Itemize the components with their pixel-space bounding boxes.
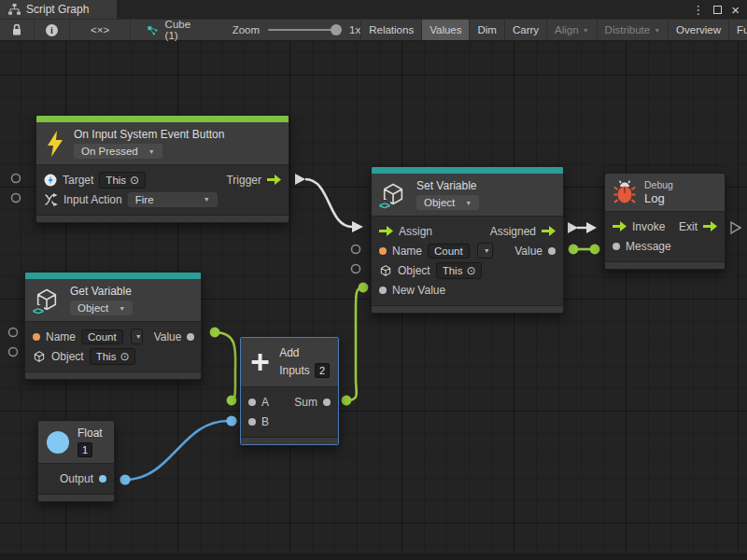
sum-port-dot[interactable] [323, 399, 331, 406]
chevron-down-icon: ▼ [148, 148, 155, 155]
wire-float-to-b[interactable] [125, 421, 228, 480]
sum-output-port[interactable] [342, 396, 352, 406]
overview-button[interactable]: Overview [668, 20, 728, 40]
zoom-control: Zoom 1x [233, 20, 361, 40]
trigger-port-arrow[interactable] [295, 174, 305, 185]
graph-owner-icon [148, 24, 158, 36]
node-on-input-system-event-button[interactable]: On Input System Event Button On Pressed … [35, 115, 289, 223]
add-b-input-port[interactable] [226, 415, 236, 426]
b-port-dot[interactable] [248, 418, 256, 426]
value-port-dot[interactable] [548, 247, 556, 255]
output-port-dot[interactable] [99, 475, 106, 483]
float-output-port[interactable] [120, 474, 130, 484]
wire-trigger-to-assign[interactable] [305, 179, 352, 227]
node-get-variable[interactable]: <> Get Variable Object ▼ Name Count ▼ [24, 272, 202, 380]
assign-port-arrowhead[interactable] [352, 221, 363, 232]
object-picker-icon: ⊙ [130, 174, 139, 187]
fullscreen-button[interactable]: Full Screen [728, 20, 747, 40]
get-variable-header: <> Get Variable Object ▼ [25, 279, 201, 322]
variable-cube-icon: <> [34, 287, 62, 315]
target-object-chip[interactable]: This ⊙ [99, 172, 146, 189]
bug-icon [613, 180, 636, 204]
carry-toggle[interactable]: Carry [504, 20, 546, 40]
graph-breadcrumb[interactable]: Cube (1) [131, 20, 208, 40]
assigned-label: Assigned [490, 225, 536, 238]
variable-name-dropdown-button[interactable]: ▼ [477, 243, 493, 259]
value-output-port[interactable] [569, 245, 579, 255]
variable-name-chip[interactable]: Count [428, 244, 470, 259]
get-value-output-port[interactable] [210, 328, 220, 338]
graph-owner-label: Cube (1) [165, 19, 195, 41]
output-label: Output [60, 472, 93, 485]
zoom-slider-handle[interactable] [331, 24, 342, 35]
setvar-name-input-port[interactable] [352, 245, 360, 254]
message-port-dot[interactable] [613, 243, 620, 250]
node-title: Log [644, 191, 665, 205]
debug-header: Debug Log [605, 174, 725, 212]
assign-label: Assign [399, 225, 432, 238]
values-toggle[interactable]: Values [421, 20, 469, 40]
flow-arrow-icon [703, 221, 717, 231]
node-set-variable[interactable]: <> Set Variable Object ▼ Assign [371, 166, 564, 314]
assigned-port-arrow[interactable] [568, 222, 578, 233]
getvar-object-input-port[interactable] [9, 348, 18, 357]
lock-button[interactable] [0, 20, 35, 40]
info-button[interactable]: i [35, 20, 70, 40]
inputaction-input-port[interactable] [12, 194, 21, 203]
message-input-port[interactable] [590, 245, 600, 255]
exit-output-port[interactable] [731, 222, 740, 233]
code-view-button[interactable]: <×> [70, 20, 131, 40]
graph-canvas[interactable]: On Input System Event Button On Pressed … [0, 41, 747, 560]
get-variable-footer [25, 371, 201, 379]
float-value-field[interactable]: 1 [78, 442, 92, 457]
node-title: Add [279, 346, 299, 359]
a-port-dot[interactable] [248, 399, 256, 406]
variable-name-chip[interactable]: Count [81, 329, 123, 344]
variable-name-dropdown-button[interactable]: ▼ [131, 329, 143, 344]
object-chip[interactable]: This ⊙ [436, 262, 483, 279]
wire-sum-to-newvalue[interactable] [346, 287, 363, 400]
tab-script-graph[interactable]: Script Graph [0, 0, 117, 19]
close-icon[interactable]: × [731, 3, 740, 17]
node-add[interactable]: Add Inputs 2 A Sum B [240, 337, 339, 445]
object-picker-icon: ⊙ [466, 264, 475, 277]
setvar-object-input-port[interactable] [352, 265, 360, 273]
flow-arrow-icon [542, 226, 556, 236]
zoom-slider[interactable] [268, 29, 341, 31]
node-category: Debug [644, 179, 673, 190]
value-label: Value [154, 330, 182, 343]
float-body: Output [38, 464, 114, 494]
getvar-name-input-port[interactable] [9, 329, 18, 337]
distribute-dropdown[interactable]: Distribute▼ [597, 20, 669, 40]
add-a-input-port[interactable] [227, 396, 237, 406]
relations-toggle[interactable]: Relations [360, 20, 421, 40]
node-title: Float [78, 427, 103, 440]
variable-scope-dropdown[interactable]: Object ▼ [70, 301, 133, 315]
object-chip[interactable]: This ⊙ [90, 348, 136, 365]
invoke-row: Invoke Exit [605, 217, 725, 236]
input-action-dropdown[interactable]: Fire ▼ [128, 192, 218, 207]
maximize-icon[interactable] [713, 6, 722, 14]
flow-arrow-icon [613, 221, 627, 231]
node-debug-log[interactable]: Debug Log Invoke Exit [604, 173, 726, 270]
align-dropdown[interactable]: Align▼ [546, 20, 597, 40]
value-port-dot[interactable] [187, 333, 194, 341]
event-mode-dropdown[interactable]: On Pressed ▼ [74, 144, 162, 159]
newvalue-port-dot[interactable] [379, 287, 387, 294]
node-title: Get Variable [70, 285, 132, 298]
node-title: On Input System Event Button [74, 128, 224, 141]
value-label: Value [514, 245, 543, 258]
target-input-port[interactable] [12, 175, 21, 183]
inputs-count-field[interactable]: 2 [315, 363, 330, 378]
newvalue-input-port[interactable] [359, 283, 369, 293]
variable-scope-dropdown[interactable]: Object ▼ [416, 195, 479, 210]
float-footer [38, 494, 114, 501]
dim-toggle[interactable]: Dim [469, 20, 503, 40]
node-float[interactable]: Float 1 Output [37, 420, 115, 502]
variable-strip [372, 167, 563, 174]
chevron-down-icon: ▼ [465, 200, 472, 206]
input-action-label: Input Action [63, 193, 122, 206]
wire-getvalue-to-a[interactable] [215, 332, 235, 400]
menu-icon[interactable]: ⋮ [692, 4, 704, 16]
invoke-port-arrowhead[interactable] [586, 222, 597, 233]
